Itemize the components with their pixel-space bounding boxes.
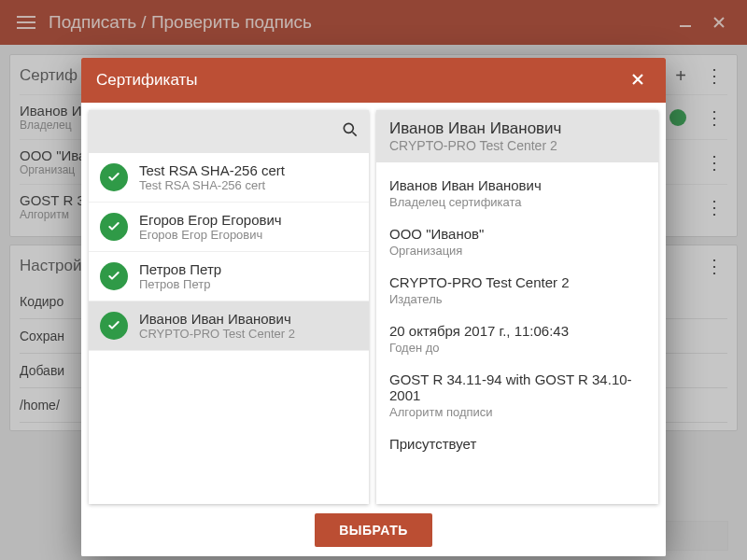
certificate-detail-panel: Иванов Иван Иванович CRYPTO-PRO Test Cen… bbox=[376, 110, 658, 504]
detail-row: 20 октября 2017 г., 11:06:43Годен до bbox=[389, 314, 645, 362]
detail-row: CRYPTO-PRO Test Center 2Издатель bbox=[389, 265, 645, 314]
detail-label: Издатель bbox=[389, 292, 645, 306]
app-window: Подписать / Проверить подпись Сертиф + ⋮… bbox=[0, 0, 747, 560]
dialog-close-button[interactable] bbox=[625, 70, 651, 91]
detail-value: GOST R 34.11-94 with GOST R 34.10-2001 bbox=[389, 371, 645, 403]
check-icon bbox=[100, 312, 128, 340]
detail-row: ООО "Иванов"Организация bbox=[389, 217, 645, 265]
close-icon bbox=[630, 72, 645, 87]
dialog-footer: ВЫБРАТЬ bbox=[81, 504, 666, 556]
dialog-header: Сертификаты bbox=[81, 58, 666, 103]
detail-label: Алгоритм подписи bbox=[389, 405, 645, 419]
certificate-item[interactable]: Test RSA SHA-256 certTest RSA SHA-256 ce… bbox=[89, 153, 369, 203]
search-input[interactable] bbox=[98, 124, 341, 139]
certificates-dialog: Сертификаты Test RSA SHA-256 certTest RS… bbox=[81, 58, 666, 556]
cert-item-title: Петров Петр bbox=[139, 261, 221, 277]
detail-name: Иванов Иван Иванович bbox=[389, 119, 645, 138]
detail-value: 20 октября 2017 г., 11:06:43 bbox=[389, 323, 645, 339]
detail-row: GOST R 34.11-94 with GOST R 34.10-2001Ал… bbox=[389, 362, 645, 427]
cert-item-title: Егоров Егор Егорович bbox=[139, 212, 282, 228]
cert-item-sub: CRYPTO-PRO Test Center 2 bbox=[139, 327, 295, 341]
certificate-list: Test RSA SHA-256 certTest RSA SHA-256 ce… bbox=[89, 153, 369, 351]
detail-label: Организация bbox=[389, 244, 645, 258]
dialog-title: Сертификаты bbox=[96, 71, 625, 90]
detail-row: Присутствует bbox=[389, 427, 645, 459]
cert-item-sub: Егоров Егор Егорович bbox=[139, 228, 282, 242]
detail-issuer: CRYPTO-PRO Test Center 2 bbox=[389, 138, 645, 153]
check-icon bbox=[100, 213, 128, 241]
select-button[interactable]: ВЫБРАТЬ bbox=[315, 513, 432, 547]
check-icon bbox=[100, 163, 128, 191]
detail-value: Присутствует bbox=[389, 436, 645, 452]
search-icon[interactable] bbox=[341, 120, 359, 143]
certificate-item[interactable]: Петров ПетрПетров Петр bbox=[89, 252, 369, 301]
detail-body[interactable]: Иванов Иван ИвановичВладелец сертификата… bbox=[376, 162, 658, 504]
detail-value: ООО "Иванов" bbox=[389, 226, 645, 242]
cert-item-title: Иванов Иван Иванович bbox=[139, 311, 295, 327]
cert-item-title: Test RSA SHA-256 cert bbox=[139, 162, 285, 178]
svg-point-0 bbox=[344, 123, 353, 133]
detail-header: Иванов Иван Иванович CRYPTO-PRO Test Cen… bbox=[376, 110, 658, 162]
search-bar bbox=[89, 110, 369, 153]
cert-item-sub: Test RSA SHA-256 cert bbox=[139, 178, 285, 192]
detail-value: Иванов Иван Иванович bbox=[389, 177, 645, 193]
certificate-list-panel: Test RSA SHA-256 certTest RSA SHA-256 ce… bbox=[89, 110, 369, 504]
detail-value: CRYPTO-PRO Test Center 2 bbox=[389, 274, 645, 290]
detail-label: Годен до bbox=[389, 341, 645, 355]
cert-item-sub: Петров Петр bbox=[139, 277, 221, 291]
check-icon bbox=[100, 262, 128, 290]
certificate-item[interactable]: Егоров Егор ЕгоровичЕгоров Егор Егорович bbox=[89, 203, 369, 252]
certificate-item[interactable]: Иванов Иван ИвановичCRYPTO-PRO Test Cent… bbox=[89, 301, 369, 351]
modal-overlay: Сертификаты Test RSA SHA-256 certTest RS… bbox=[0, 0, 747, 560]
detail-label: Владелец сертификата bbox=[389, 195, 645, 209]
detail-row: Иванов Иван ИвановичВладелец сертификата bbox=[389, 168, 645, 217]
